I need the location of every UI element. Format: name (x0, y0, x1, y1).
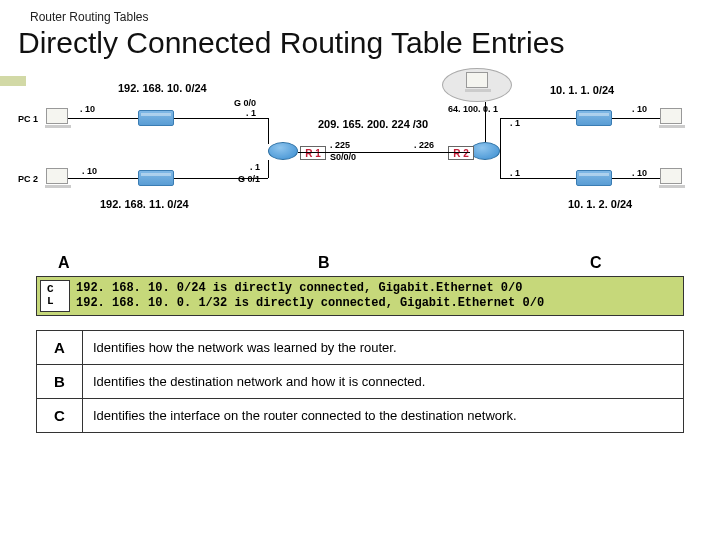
pc-right-bottom-addr: . 10 (632, 168, 647, 178)
net-bottom-right: 10. 1. 2. 0/24 (568, 198, 632, 210)
link (500, 118, 501, 178)
d226: . 226 (414, 140, 434, 150)
link (500, 118, 576, 119)
route-code-c: C (47, 283, 63, 295)
g00-dot1: . 1 (246, 108, 256, 118)
cloud-pc-icon (466, 72, 488, 88)
abc-header: A B C (36, 254, 684, 276)
router-r2-icon (470, 142, 500, 160)
switch-bottom-left (138, 170, 174, 186)
breadcrumb: Router Routing Tables (0, 0, 720, 26)
router-r2-label: R 2 (448, 146, 474, 160)
route-codes: C L (40, 280, 70, 312)
d1b: . 1 (510, 168, 520, 178)
row-text: Identifies the destination network and h… (83, 365, 684, 399)
row-text: Identifies how the network was learned b… (83, 331, 684, 365)
row-key: B (37, 365, 83, 399)
route-line-1: 192. 168. 10. 0/24 is directly connected… (76, 281, 544, 296)
pc-right-bottom-icon (660, 168, 682, 184)
pc1-icon (46, 108, 68, 124)
cloud-label: 64. 100. 0. 1 (448, 104, 498, 114)
g01-label: G 0/1 (238, 174, 260, 184)
g01-dot1: . 1 (250, 162, 260, 172)
description-table: A Identifies how the network was learned… (36, 330, 684, 433)
s000-label: S0/0/0 (330, 152, 356, 162)
d225: . 225 (330, 140, 350, 150)
g00-label: G 0/0 (234, 98, 256, 108)
wan-label: 209. 165. 200. 224 /30 (318, 118, 428, 130)
link (174, 178, 268, 179)
row-text: Identifies the interface on the router c… (83, 399, 684, 433)
network-diagram: 64. 100. 0. 1 192. 168. 10. 0/24 10. 1. … (10, 68, 710, 248)
pc2-addr: . 10 (82, 166, 97, 176)
pc2-label: PC 2 (18, 174, 38, 184)
route-code-l: L (47, 295, 63, 307)
router-output-block: A B C C L 192. 168. 10. 0/24 is directly… (36, 254, 684, 316)
router-r1-icon (268, 142, 298, 160)
link (500, 178, 576, 179)
col-label-c: C (590, 254, 602, 272)
link (612, 118, 660, 119)
col-label-a: A (58, 254, 70, 272)
pc-right-top-addr: . 10 (632, 104, 647, 114)
table-row: B Identifies the destination network and… (37, 365, 684, 399)
net-top-left: 192. 168. 10. 0/24 (118, 82, 207, 94)
net-right: 10. 1. 1. 0/24 (550, 84, 614, 96)
switch-bottom-right (576, 170, 612, 186)
col-label-b: B (318, 254, 330, 272)
switch-top-right (576, 110, 612, 126)
link (485, 102, 486, 142)
link (68, 118, 138, 119)
row-key: C (37, 399, 83, 433)
switch-top-left (138, 110, 174, 126)
link (268, 160, 269, 178)
link (298, 152, 470, 153)
route-line-2: 192. 168. 10. 0. 1/32 is directly connec… (76, 296, 544, 311)
pc1-addr: . 10 (80, 104, 95, 114)
router-r1-label: R 1 (300, 146, 326, 160)
link (612, 178, 660, 179)
page-title: Directly Connected Routing Table Entries (0, 26, 720, 68)
pc2-icon (46, 168, 68, 184)
link (268, 118, 269, 144)
link (68, 178, 138, 179)
row-key: A (37, 331, 83, 365)
net-bottom-left: 192. 168. 11. 0/24 (100, 198, 189, 210)
link (174, 118, 268, 119)
pc1-label: PC 1 (18, 114, 38, 124)
pc-right-top-icon (660, 108, 682, 124)
code-box: C L 192. 168. 10. 0/24 is directly conne… (36, 276, 684, 316)
d1a: . 1 (510, 118, 520, 128)
table-row: A Identifies how the network was learned… (37, 331, 684, 365)
table-row: C Identifies the interface on the router… (37, 399, 684, 433)
route-lines: 192. 168. 10. 0/24 is directly connected… (76, 281, 544, 311)
